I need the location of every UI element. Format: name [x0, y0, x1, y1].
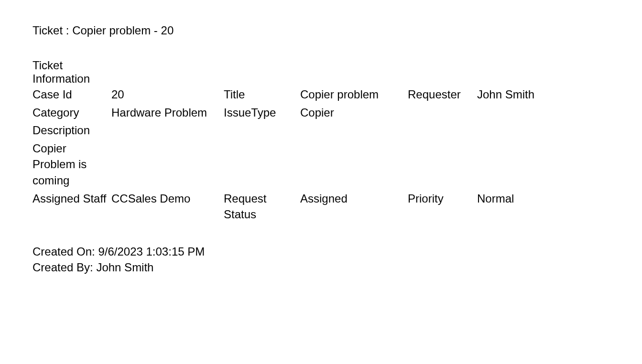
request-status-label: Request Status — [224, 190, 300, 224]
ticket-info-grid: Case Id 20 Title Copier problem Requeste… — [33, 86, 642, 224]
blank-cell — [111, 139, 224, 141]
case-id-label: Case Id — [33, 86, 111, 104]
created-by-row: Created By: John Smith — [33, 259, 642, 276]
blank-cell — [477, 104, 587, 106]
description-label: Description — [33, 121, 111, 139]
priority-label: Priority — [408, 190, 477, 208]
assigned-staff-label: Assigned Staff — [33, 190, 111, 208]
priority-value: Normal — [477, 190, 587, 208]
created-by-value: John Smith — [96, 261, 153, 274]
blank-cell — [224, 121, 300, 123]
section-heading-line2: Information — [33, 72, 642, 86]
requester-label: Requester — [408, 86, 477, 104]
created-by-label: Created By: — [33, 261, 96, 274]
category-value: Hardware Problem — [111, 104, 224, 122]
blank-cell — [408, 104, 477, 106]
blank-cell — [300, 121, 408, 123]
created-on-row: Created On: 9/6/2023 1:03:15 PM — [33, 244, 642, 260]
blank-cell — [224, 139, 300, 141]
blank-cell — [477, 121, 587, 123]
blank-cell — [408, 121, 477, 123]
title-label: Title — [224, 86, 300, 104]
footer-block: Created On: 9/6/2023 1:03:15 PM Created … — [33, 244, 642, 276]
created-on-label: Created On: — [33, 245, 98, 258]
created-on-value: 9/6/2023 1:03:15 PM — [98, 245, 205, 258]
category-label: Category — [33, 104, 111, 122]
section-heading-line1: Ticket — [33, 59, 642, 72]
description-value: Copier Problem is coming — [33, 139, 111, 190]
page-title: Ticket : Copier problem - 20 — [33, 24, 642, 37]
title-text: Copier problem - 20 — [72, 24, 174, 37]
title-prefix: Ticket : — [33, 24, 72, 37]
assigned-staff-value: CCSales Demo — [111, 190, 224, 208]
request-status-value: Assigned — [300, 190, 408, 208]
requester-value: John Smith — [477, 86, 587, 104]
blank-cell — [111, 121, 224, 123]
case-id-value: 20 — [111, 86, 224, 104]
blank-cell — [300, 139, 408, 141]
issue-type-label: IssueType — [224, 104, 300, 122]
section-heading: Ticket Information — [33, 59, 642, 86]
blank-cell — [408, 139, 477, 141]
blank-cell — [477, 139, 587, 141]
title-value: Copier problem — [300, 86, 408, 104]
issue-type-value: Copier — [300, 104, 408, 122]
